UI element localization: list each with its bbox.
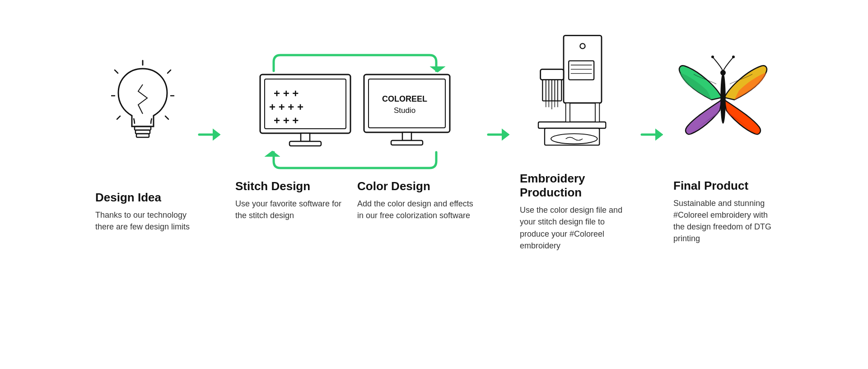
step-embroidery-title: Embroidery Production	[520, 172, 633, 200]
cycle-section: + + + + + + + + + + COLOREEL	[229, 48, 481, 221]
svg-point-49	[711, 56, 714, 58]
svg-rect-42	[538, 122, 606, 128]
step-color-design-text: Color Design Add the color design and ef…	[355, 179, 477, 221]
svg-line-3	[168, 70, 171, 73]
step-design-idea-text: Design Idea Thanks to our technology the…	[93, 191, 192, 233]
arrow-3-svg	[639, 123, 667, 146]
svg-line-7	[165, 116, 168, 119]
step-embroidery: Embroidery Production Use the color desi…	[518, 18, 635, 252]
monitors-labels: Stitch Design Use your favorite software…	[233, 179, 477, 221]
arrow-2	[481, 62, 518, 207]
step-color-design-title: Color Design	[357, 179, 475, 193]
lightbulb-svg	[111, 60, 174, 159]
coloreel-monitor: COLOREEL Studio	[362, 72, 452, 151]
step-stitch-design-title: Stitch Design	[235, 179, 353, 193]
svg-rect-17	[289, 141, 321, 146]
svg-rect-26	[569, 61, 594, 80]
embroidery-machine-svg	[531, 27, 621, 154]
svg-line-6	[117, 116, 120, 119]
svg-line-2	[115, 70, 118, 73]
step-final-product-desc: Sustainable and stunning #Coloreel embro…	[673, 197, 773, 244]
step-stitch-design-text: Stitch Design Use your favorite software…	[233, 179, 355, 221]
svg-rect-16	[301, 133, 310, 141]
step-design-idea: Design Idea Thanks to our technology the…	[93, 37, 192, 233]
final-product-icon	[676, 25, 770, 170]
step-color-design-desc: Add the color design and effects in our …	[357, 198, 475, 221]
stitch-monitor-svg: + + + + + + + + + +	[258, 72, 353, 149]
svg-text:+  +  +  +: + + + +	[269, 101, 303, 113]
svg-rect-10	[136, 134, 149, 137]
step-final-product: Final Product Sustainable and stunning #…	[671, 25, 775, 245]
svg-text:+  +  +: + + +	[274, 114, 299, 126]
step-design-idea-desc: Thanks to our technology there are few d…	[95, 209, 190, 233]
butterfly-svg	[676, 43, 770, 152]
svg-text:COLOREEL: COLOREEL	[382, 94, 427, 103]
step-design-idea-title: Design Idea	[95, 191, 190, 205]
svg-rect-23	[391, 140, 423, 145]
workflow-container: Design Idea Thanks to our technology the…	[18, 18, 850, 252]
svg-point-47	[721, 74, 725, 123]
svg-text:+  +  +: + + +	[274, 87, 299, 99]
step-stitch-design-desc: Use your favorite software for the stitc…	[235, 198, 353, 221]
svg-rect-45	[566, 103, 570, 122]
arrow-2-svg	[486, 123, 513, 146]
step-final-product-text: Final Product Sustainable and stunning #…	[671, 179, 775, 245]
cycle-arrow-bottom-svg	[265, 148, 445, 170]
coloreel-monitor-svg: COLOREEL Studio	[362, 72, 452, 149]
svg-rect-22	[402, 132, 411, 140]
embroidery-icon	[531, 18, 621, 163]
arrow-1-svg	[197, 123, 224, 146]
svg-rect-19	[369, 79, 445, 128]
stitch-monitor: + + + + + + + + + +	[258, 72, 353, 151]
arrow-1	[192, 62, 229, 207]
step-final-product-title: Final Product	[673, 179, 773, 193]
design-idea-icon	[111, 37, 174, 182]
arrow-3	[635, 62, 671, 207]
step-embroidery-desc: Use the color design file and your stitc…	[520, 204, 633, 251]
svg-rect-30	[541, 69, 564, 79]
svg-point-50	[732, 56, 735, 58]
step-embroidery-text: Embroidery Production Use the color desi…	[518, 172, 635, 252]
monitors-cycle: + + + + + + + + + + COLOREEL	[233, 48, 477, 175]
svg-rect-46	[595, 103, 599, 122]
svg-text:Studio: Studio	[394, 106, 415, 115]
